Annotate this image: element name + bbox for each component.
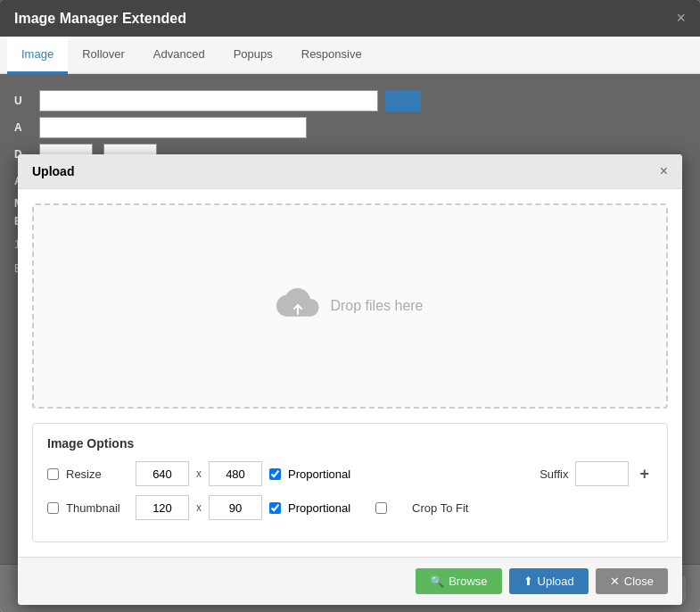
close-upload-button[interactable]: ✕ Close bbox=[596, 568, 668, 594]
main-dialog-box: Image Manager Extended × Image Rollover … bbox=[0, 0, 700, 612]
upload-dialog-close-button[interactable]: × bbox=[660, 163, 668, 179]
thumbnail-row: Thumbnail x Proportional Crop To Fit bbox=[47, 495, 653, 520]
resize-width-input[interactable] bbox=[136, 461, 189, 486]
tab-responsive[interactable]: Responsive bbox=[287, 37, 376, 74]
upload-label: Upload bbox=[538, 575, 574, 588]
bg-row-a: A bbox=[14, 117, 686, 138]
resize-proportional-label: Proportional bbox=[288, 467, 350, 481]
resize-label: Resize bbox=[66, 467, 128, 481]
drop-zone-text: Drop files here bbox=[330, 298, 423, 314]
upload-icon: ⬆ bbox=[523, 575, 533, 588]
upload-dialog-footer: 🔍 Browse ⬆ Upload ✕ Close bbox=[18, 557, 682, 605]
thumbnail-checkbox[interactable] bbox=[47, 502, 59, 514]
close-icon: ✕ bbox=[610, 575, 620, 588]
main-content-area: U A D A M bbox=[0, 74, 700, 564]
thumb-multiply: x bbox=[196, 501, 202, 514]
close-upload-label: Close bbox=[624, 575, 654, 588]
upload-button[interactable]: ⬆ Upload bbox=[509, 568, 589, 594]
cloud-upload-icon bbox=[276, 285, 319, 328]
crop-to-fit-checkbox[interactable] bbox=[375, 502, 387, 514]
resize-proportional-checkbox[interactable] bbox=[269, 468, 281, 480]
main-dialog: Image Manager Extended × Image Rollover … bbox=[0, 0, 700, 612]
upload-dialog: Upload × Drop files bbox=[18, 154, 682, 605]
upload-dialog-body: Drop files here Image Options Resize x bbox=[18, 189, 682, 557]
tab-popups[interactable]: Popups bbox=[219, 37, 287, 74]
search-icon: 🔍 bbox=[430, 575, 444, 588]
browse-label: Browse bbox=[449, 575, 487, 588]
resize-row: Resize x Proportional Suffix + bbox=[47, 461, 653, 486]
tab-image[interactable]: Image bbox=[7, 37, 68, 74]
thumb-proportional-label: Proportional bbox=[288, 501, 350, 515]
resize-multiply: x bbox=[196, 467, 202, 480]
upload-dialog-header: Upload × bbox=[18, 154, 682, 189]
thumb-height-input[interactable] bbox=[209, 495, 262, 520]
thumb-proportional-checkbox[interactable] bbox=[269, 502, 281, 514]
thumbnail-label: Thumbnail bbox=[66, 501, 128, 515]
bg-button[interactable] bbox=[385, 90, 421, 112]
bg-row-u: U bbox=[14, 90, 686, 112]
main-dialog-title: Image Manager Extended bbox=[14, 11, 186, 27]
bg-url-input[interactable] bbox=[39, 90, 378, 112]
add-suffix-button[interactable]: + bbox=[636, 465, 653, 484]
resize-checkbox[interactable] bbox=[47, 468, 59, 480]
thumb-width-input[interactable] bbox=[136, 495, 189, 520]
browse-button[interactable]: 🔍 Browse bbox=[416, 568, 501, 594]
suffix-label: Suffix bbox=[539, 467, 568, 481]
tabs-bar: Image Rollover Advanced Popups Responsiv… bbox=[0, 37, 700, 74]
resize-height-input[interactable] bbox=[209, 461, 262, 486]
drop-zone[interactable]: Drop files here bbox=[32, 203, 668, 409]
tab-rollover[interactable]: Rollover bbox=[68, 37, 139, 74]
main-dialog-header: Image Manager Extended × bbox=[0, 0, 700, 37]
image-options-title: Image Options bbox=[47, 436, 653, 451]
suffix-input[interactable] bbox=[575, 461, 629, 486]
image-options-box: Image Options Resize x Proportional Suff… bbox=[32, 423, 668, 542]
crop-to-fit-label: Crop To Fit bbox=[412, 501, 468, 515]
bg-alt-input[interactable] bbox=[39, 117, 307, 138]
upload-dialog-title: Upload bbox=[32, 164, 74, 178]
tab-advanced[interactable]: Advanced bbox=[139, 37, 219, 74]
main-dialog-close-button[interactable]: × bbox=[676, 9, 686, 28]
